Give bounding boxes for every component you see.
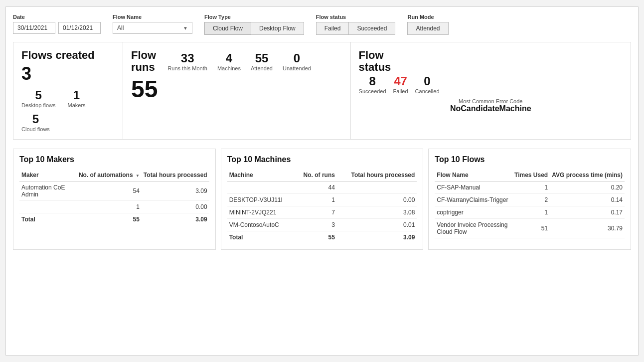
machine-hours	[337, 181, 417, 194]
flow-name-filter-group: Flow Name All ▼	[113, 14, 192, 34]
flow-runs-title: Flow runs	[131, 49, 158, 73]
top-flows-title: Top 10 Flows	[435, 155, 625, 164]
run-mode-label: Run Mode	[407, 14, 448, 20]
machine-runs: 44	[295, 181, 337, 194]
table-row: 1 0.00	[19, 201, 209, 213]
flow-avg-time: 0.17	[550, 206, 625, 219]
attended-runs-item: 55 Attended	[251, 51, 273, 71]
cancelled-number: 0	[424, 74, 430, 88]
top-machines-table: Machine No. of runs Total hours processe…	[227, 169, 417, 243]
run-mode-attended-button[interactable]: Attended	[407, 22, 448, 35]
machines-total-row: Total 55 3.09	[227, 231, 417, 244]
flow-status-title: Flow status	[359, 49, 623, 73]
date-filter-group: Date 30/11/2021 01/12/2021	[13, 14, 101, 34]
run-mode-buttons: Attended	[407, 22, 448, 35]
flow-type-label: Flow Type	[204, 14, 304, 20]
table-row: 44	[227, 181, 417, 194]
top-makers-table: Maker No. of automations ▼ Total hours p…	[19, 169, 209, 225]
flow-name: CF-SAP-Manual	[435, 181, 512, 194]
machines-number: 4	[226, 51, 232, 65]
flow-type-desktop-button[interactable]: Desktop Flow	[251, 22, 304, 35]
machine-name: MININT-2VJQ221	[227, 206, 295, 219]
top-flows-section: Top 10 Flows Flow Name Times Used AVG pr…	[428, 149, 631, 250]
machine-runs: 1	[295, 194, 337, 206]
unattended-runs-label: Unattended	[283, 65, 311, 71]
filters-row: Date 30/11/2021 01/12/2021 Flow Name All…	[13, 14, 631, 35]
run-mode-filter-group: Run Mode Attended	[407, 14, 448, 35]
makers-item: 1 Makers	[67, 88, 85, 108]
top-flows-table: Flow Name Times Used AVG process time (m…	[435, 169, 625, 238]
dashboard: Date 30/11/2021 01/12/2021 Flow Name All…	[5, 6, 639, 356]
flows-col-name: Flow Name	[435, 169, 512, 181]
succeeded-label: Succeeded	[359, 88, 386, 94]
maker-automations: 54	[77, 181, 142, 201]
machines-total-hours: 3.09	[337, 231, 417, 244]
flow-name-value: All	[117, 24, 124, 31]
runs-this-month-item: 33 Runs this Month	[167, 51, 207, 71]
flow-times-used: 1	[512, 181, 550, 194]
table-row: coptrigger 1 0.17	[435, 206, 625, 219]
flow-status-card: Flow status 8 Succeeded 47 Failed 0 Canc…	[351, 42, 631, 139]
flow-avg-time: 0.14	[550, 194, 625, 206]
flow-runs-card: Flow runs 55 33 Runs this Month 4 Machin…	[123, 42, 351, 139]
maker-automations: 1	[77, 201, 142, 213]
desktop-flows-number: 5	[35, 88, 42, 102]
machine-name: DESKTOP-V3UJ11I	[227, 194, 295, 206]
maker-hours: 0.00	[142, 201, 209, 213]
machines-total-runs: 55	[295, 231, 337, 244]
flows-col-avg: AVG process time (mins)	[550, 169, 625, 181]
cloud-flows-label: Cloud flows	[21, 126, 50, 132]
flow-name-select[interactable]: All ▼	[113, 22, 192, 34]
machine-hours: 3.08	[337, 206, 417, 219]
flows-col-times: Times Used	[512, 169, 550, 181]
makers-total-automations: 55	[77, 213, 142, 226]
error-code-label: Most Common Error Code	[359, 98, 623, 104]
table-row: Automation CoE Admin 54 3.09	[19, 181, 209, 201]
error-code-value: NoCandidateMachine	[359, 104, 623, 113]
runs-month-label: Runs this Month	[167, 65, 207, 71]
makers-total-label: Total	[19, 213, 77, 226]
runs-month-number: 33	[181, 51, 194, 65]
cancelled-label: Cancelled	[415, 88, 440, 94]
makers-col-maker: Maker	[19, 169, 77, 181]
top-makers-title: Top 10 Makers	[19, 155, 209, 164]
cloud-flows-item: 5 Cloud flows	[21, 112, 50, 132]
top-machines-section: Top 10 Machines Machine No. of runs Tota…	[221, 149, 424, 250]
machine-hours: 0.00	[337, 194, 417, 206]
succeeded-number: 8	[369, 74, 375, 88]
unattended-runs-item: 0 Unattended	[283, 51, 311, 71]
attended-runs-label: Attended	[251, 65, 273, 71]
machine-name	[227, 181, 295, 194]
top-makers-section: Top 10 Makers Maker No. of automations ▼…	[13, 149, 216, 250]
metrics-row: Flows created 3 5 Desktop flows 1 Makers…	[13, 42, 631, 140]
flow-status-filter-group: Flow status Failed Succeeded	[316, 14, 396, 35]
date-label: Date	[13, 14, 101, 20]
top-machines-title: Top 10 Machines	[227, 155, 417, 164]
maker-name: Automation CoE Admin	[19, 181, 77, 201]
flow-name: CF-WarranyClaims-Trigger	[435, 194, 512, 206]
flow-status-failed-button[interactable]: Failed	[316, 22, 349, 35]
machines-total-label: Total	[227, 231, 295, 244]
table-row: CF-SAP-Manual 1 0.20	[435, 181, 625, 194]
machines-col-runs: No. of runs	[295, 169, 337, 181]
machines-label: Machines	[217, 65, 241, 71]
tables-row: Top 10 Makers Maker No. of automations ▼…	[13, 149, 631, 250]
table-row: MININT-2VJQ221 7 3.08	[227, 206, 417, 219]
error-code-section: Most Common Error Code NoCandidateMachin…	[359, 98, 623, 113]
table-row: CF-WarranyClaims-Trigger 2 0.14	[435, 194, 625, 206]
flow-status-buttons: Failed Succeeded	[316, 22, 396, 35]
makers-total-hours: 3.09	[142, 213, 209, 226]
machine-runs: 7	[295, 206, 337, 219]
makers-label: Makers	[67, 102, 85, 108]
failed-number: 47	[394, 74, 407, 88]
failed-item: 47 Failed	[393, 74, 408, 94]
flow-status-succeeded-button[interactable]: Succeeded	[349, 22, 395, 35]
date-to-input[interactable]: 01/12/2021	[58, 22, 101, 34]
flow-name-label: Flow Name	[113, 14, 192, 20]
sort-icon: ▼	[136, 174, 140, 178]
flow-type-cloud-button[interactable]: Cloud Flow	[204, 22, 251, 35]
flows-created-title: Flows created	[21, 49, 115, 61]
desktop-flows-item: 5 Desktop flows	[21, 88, 55, 108]
date-from-input[interactable]: 30/11/2021	[13, 22, 55, 34]
flow-type-filter-group: Flow Type Cloud Flow Desktop Flow	[204, 14, 304, 35]
